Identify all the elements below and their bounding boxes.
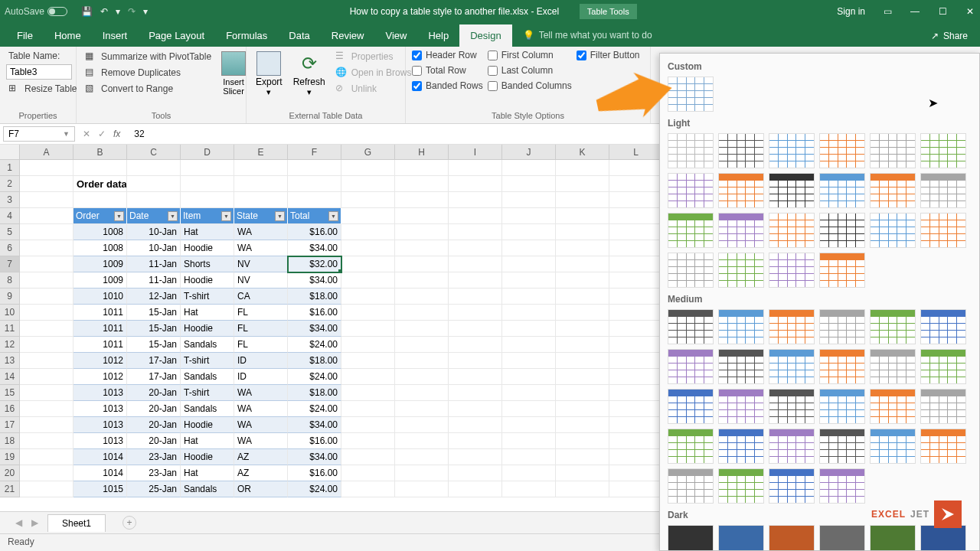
cell[interactable]: 1014 bbox=[74, 465, 127, 481]
remove-duplicates-button[interactable]: ▤Remove Duplicates bbox=[83, 66, 214, 80]
filter-dropdown-icon[interactable]: ▼ bbox=[221, 211, 231, 221]
cell[interactable] bbox=[395, 337, 449, 353]
cell[interactable] bbox=[341, 433, 395, 449]
table-header-cell[interactable]: Order▼ bbox=[74, 208, 127, 224]
table-style-thumbnail[interactable] bbox=[870, 525, 916, 551]
cell[interactable] bbox=[449, 385, 502, 401]
cell[interactable] bbox=[127, 160, 181, 176]
cell[interactable]: $34.00 bbox=[288, 272, 341, 289]
cell[interactable] bbox=[556, 256, 609, 272]
cell[interactable] bbox=[609, 449, 663, 465]
cell[interactable] bbox=[449, 369, 502, 385]
cell[interactable]: 25-Jan bbox=[127, 481, 181, 497]
cell[interactable] bbox=[609, 240, 663, 256]
cell[interactable] bbox=[395, 449, 449, 465]
table-style-thumbnail[interactable] bbox=[870, 349, 916, 384]
cell[interactable] bbox=[502, 465, 556, 481]
cell[interactable] bbox=[395, 465, 449, 481]
select-all-corner[interactable] bbox=[0, 145, 20, 160]
cell[interactable] bbox=[449, 337, 502, 353]
cell[interactable]: $24.00 bbox=[288, 401, 341, 417]
cell[interactable] bbox=[556, 289, 609, 305]
cell[interactable] bbox=[20, 369, 74, 385]
cell[interactable] bbox=[341, 481, 395, 497]
cell[interactable]: 1010 bbox=[74, 289, 127, 305]
cell[interactable] bbox=[556, 224, 609, 240]
cell[interactable] bbox=[556, 353, 609, 369]
table-style-thumbnail[interactable] bbox=[668, 525, 714, 551]
cell[interactable]: 15-Jan bbox=[127, 337, 181, 353]
cell[interactable]: WA bbox=[234, 401, 288, 417]
row-header[interactable]: 1 bbox=[0, 160, 20, 176]
cell[interactable]: WA bbox=[234, 240, 288, 256]
cell[interactable] bbox=[609, 208, 663, 224]
total-row-checkbox[interactable]: Total Row bbox=[412, 65, 483, 76]
cell[interactable]: Sandals bbox=[181, 337, 234, 353]
cell[interactable] bbox=[556, 305, 609, 321]
cell[interactable] bbox=[341, 192, 395, 208]
cell[interactable]: $24.00 bbox=[288, 481, 341, 497]
cell[interactable] bbox=[20, 272, 74, 289]
cell[interactable]: T-shirt bbox=[181, 353, 234, 369]
cell[interactable] bbox=[395, 192, 449, 208]
cell[interactable]: 1012 bbox=[74, 369, 127, 385]
cell[interactable]: 10-Jan bbox=[127, 240, 181, 256]
tab-formulas[interactable]: Formulas bbox=[215, 24, 278, 47]
cell[interactable]: $18.00 bbox=[288, 353, 341, 369]
cell[interactable] bbox=[502, 160, 556, 176]
table-style-thumbnail[interactable] bbox=[769, 468, 815, 504]
table-style-thumbnail[interactable] bbox=[668, 429, 714, 464]
cell[interactable] bbox=[449, 465, 502, 481]
cell[interactable] bbox=[74, 160, 127, 176]
cell[interactable] bbox=[181, 176, 234, 192]
cell[interactable] bbox=[20, 224, 74, 240]
cell[interactable] bbox=[341, 176, 395, 192]
cell[interactable] bbox=[20, 449, 74, 465]
table-style-thumbnail[interactable] bbox=[718, 173, 764, 208]
cell[interactable] bbox=[20, 337, 74, 353]
cell[interactable] bbox=[556, 208, 609, 224]
cell[interactable] bbox=[341, 289, 395, 305]
column-header[interactable]: A bbox=[20, 145, 74, 160]
column-header[interactable]: G bbox=[341, 145, 395, 160]
cell[interactable]: Hat bbox=[181, 305, 234, 321]
cell[interactable]: 23-Jan bbox=[127, 449, 181, 465]
cell[interactable] bbox=[556, 449, 609, 465]
cell[interactable] bbox=[20, 192, 74, 208]
cell[interactable]: $34.00 bbox=[288, 449, 341, 465]
cell[interactable] bbox=[20, 256, 74, 272]
cell[interactable]: 20-Jan bbox=[127, 401, 181, 417]
row-header[interactable]: 11 bbox=[0, 321, 20, 337]
cell[interactable]: Hoodie bbox=[181, 449, 234, 465]
cell[interactable]: FL bbox=[234, 305, 288, 321]
row-header[interactable]: 15 bbox=[0, 385, 20, 401]
cell[interactable] bbox=[127, 192, 181, 208]
row-header[interactable]: 19 bbox=[0, 449, 20, 465]
cell[interactable] bbox=[502, 256, 556, 272]
filter-button-checkbox[interactable]: Filter Button bbox=[577, 50, 640, 60]
cell[interactable] bbox=[556, 369, 609, 385]
table-header-cell[interactable]: Item▼ bbox=[181, 208, 234, 224]
cell[interactable] bbox=[395, 160, 449, 176]
export-button[interactable]: Export ▾ bbox=[253, 50, 286, 98]
table-style-thumbnail[interactable] bbox=[819, 429, 865, 464]
sheet-tab[interactable]: Sheet1 bbox=[47, 514, 106, 532]
cell[interactable] bbox=[341, 465, 395, 481]
cell[interactable]: $34.00 bbox=[288, 417, 341, 433]
insert-slicer-button[interactable]: Insert Slicer bbox=[218, 50, 249, 97]
minimize-icon[interactable]: — bbox=[910, 6, 920, 17]
cell[interactable] bbox=[556, 240, 609, 256]
table-style-thumbnail[interactable] bbox=[920, 133, 966, 168]
cell[interactable]: Hoodie bbox=[181, 272, 234, 289]
table-style-thumbnail[interactable] bbox=[819, 389, 865, 424]
table-style-thumbnail[interactable] bbox=[819, 309, 865, 344]
row-header[interactable]: 8 bbox=[0, 272, 20, 289]
cell[interactable] bbox=[127, 176, 181, 192]
cell[interactable] bbox=[341, 272, 395, 289]
column-header[interactable]: B bbox=[74, 145, 127, 160]
cell[interactable] bbox=[609, 160, 663, 176]
cell[interactable]: Hoodie bbox=[181, 240, 234, 256]
tab-home[interactable]: Home bbox=[44, 24, 92, 47]
cell[interactable] bbox=[502, 481, 556, 497]
cell[interactable]: Sandals bbox=[181, 481, 234, 497]
